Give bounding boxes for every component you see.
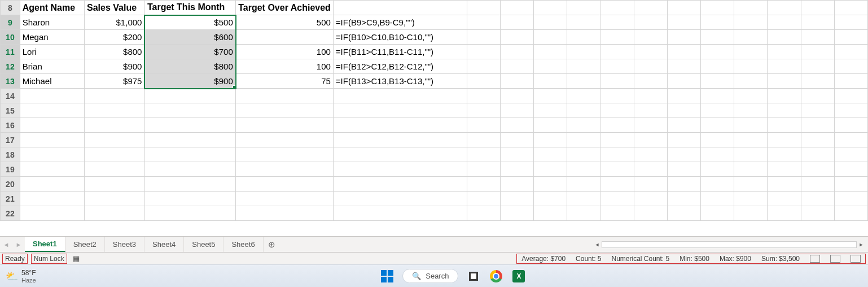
row-number[interactable]: 10 xyxy=(1,30,20,45)
table-row[interactable]: 18 xyxy=(1,147,868,162)
cell-formula[interactable]: =IF(B9>C9,B9-C9,"") xyxy=(333,15,467,30)
cell-formula[interactable]: =IF(B11>C11,B11-C11,"") xyxy=(333,45,467,59)
table-row[interactable]: 20 xyxy=(1,177,868,192)
weather-cond: Haze xyxy=(21,277,36,284)
cell-formula[interactable]: =IF(B10>C10,B10-C10,"") xyxy=(333,30,467,45)
cell-sales[interactable]: $200 xyxy=(85,30,145,45)
cell-target-active[interactable]: $500 xyxy=(144,15,235,30)
sheet-tab-strip: ◄ ► Sheet1 Sheet2 Sheet3 Sheet4 Sheet5 S… xyxy=(0,236,868,252)
status-numlock: Num Lock xyxy=(31,254,67,264)
cell-target[interactable]: $700 xyxy=(144,45,235,59)
windows-taskbar: ⛅ 58°F Haze 🔍 Search X xyxy=(0,264,868,287)
row-number[interactable]: 12 xyxy=(1,59,20,74)
excel-app-icon[interactable]: X xyxy=(511,269,526,284)
cell-over[interactable]: 100 xyxy=(236,59,334,74)
status-sum: Sum: $3,500 xyxy=(761,255,800,263)
table-row[interactable]: 19 xyxy=(1,162,868,177)
table-row[interactable]: 22 xyxy=(1,206,868,221)
status-min: Min: $500 xyxy=(680,255,709,263)
cell-over[interactable] xyxy=(236,30,334,45)
view-normal-icon[interactable] xyxy=(810,255,820,263)
sheet-tab-4[interactable]: Sheet4 xyxy=(144,237,184,252)
table-row[interactable]: 14 xyxy=(1,89,868,103)
table-row[interactable]: 21 xyxy=(1,192,868,206)
table-row[interactable]: 12 Brian $900 $800 100 =IF(B12>C12,B12-C… xyxy=(1,59,868,74)
cell-agent[interactable]: Megan xyxy=(20,30,84,45)
scrollbar-track[interactable] xyxy=(602,241,857,248)
task-view-button[interactable] xyxy=(466,269,481,284)
scroll-right-icon[interactable]: ► xyxy=(858,241,865,248)
sheet-tab-1[interactable]: Sheet1 xyxy=(25,237,65,252)
horizontal-scrollbar[interactable]: ◄ ► xyxy=(594,241,865,248)
status-bar: Ready Num Lock ▦ Average: $700 Count: 5 … xyxy=(0,252,868,264)
cell-sales[interactable]: $975 xyxy=(85,74,145,89)
cell-over[interactable]: 100 xyxy=(236,45,334,59)
row-number[interactable]: 9 xyxy=(1,15,20,30)
scroll-left-icon[interactable]: ◄ xyxy=(594,241,600,248)
sheet-tab-2[interactable]: Sheet2 xyxy=(65,237,105,252)
table-row[interactable]: 13 Michael $975 $900 75 =IF(B13>C13,B13-… xyxy=(1,74,868,89)
row-number[interactable]: 8 xyxy=(1,1,20,15)
table-row[interactable]: 16 xyxy=(1,118,868,133)
cell-target[interactable]: $600 xyxy=(144,30,235,45)
table-row[interactable]: 10 Megan $200 $600 =IF(B10>C10,B10-C10,"… xyxy=(1,30,868,45)
cell-over[interactable]: 500 xyxy=(236,15,334,30)
status-average: Average: $700 xyxy=(521,255,565,263)
cell-agent[interactable]: Brian xyxy=(20,59,84,74)
view-layout-icon[interactable] xyxy=(830,255,840,263)
taskbar-search[interactable]: 🔍 Search xyxy=(402,269,458,283)
cell-sales[interactable]: $900 xyxy=(85,59,145,74)
start-button[interactable] xyxy=(380,269,394,284)
row-number[interactable]: 11 xyxy=(1,45,20,59)
cell-formula[interactable]: =IF(B13>C13,B13-C13,"") xyxy=(333,74,467,89)
status-count: Count: 5 xyxy=(576,255,601,263)
cell-agent[interactable]: Michael xyxy=(20,74,84,89)
table-row[interactable]: 9 Sharon $1,000 $500 500 =IF(B9>C9,B9-C9… xyxy=(1,15,868,30)
view-pagebreak-icon[interactable] xyxy=(851,255,861,263)
cell-over[interactable]: 75 xyxy=(236,74,334,89)
tab-next-icon[interactable]: ► xyxy=(12,237,25,252)
search-icon: 🔍 xyxy=(412,272,421,280)
weather-widget[interactable]: ⛅ 58°F Haze xyxy=(6,269,36,284)
col-header-sales-value[interactable]: Sales Value xyxy=(85,1,145,15)
col-header-agent-name[interactable]: Agent Name xyxy=(20,1,84,15)
col-header-target-month[interactable]: Target This Month xyxy=(144,1,235,15)
sheet-tab-3[interactable]: Sheet3 xyxy=(105,237,144,252)
status-max: Max: $900 xyxy=(720,255,751,263)
tab-prev-icon[interactable]: ◄ xyxy=(0,237,12,252)
new-sheet-button[interactable]: ⊕ xyxy=(264,237,280,252)
macro-record-icon[interactable]: ▦ xyxy=(73,254,80,263)
table-row[interactable]: 15 xyxy=(1,103,868,118)
search-placeholder: Search xyxy=(426,272,449,280)
spreadsheet-grid[interactable]: 8 Agent Name Sales Value Target This Mon… xyxy=(0,0,868,236)
status-numerical-count: Numerical Count: 5 xyxy=(611,255,669,263)
status-ready: Ready xyxy=(2,254,28,264)
row-header[interactable]: 8 Agent Name Sales Value Target This Mon… xyxy=(1,1,868,15)
cell-target[interactable]: $800 xyxy=(144,59,235,74)
col-header-target-over[interactable]: Target Over Achieved xyxy=(236,1,334,15)
status-aggregates: Average: $700 Count: 5 Numerical Count: … xyxy=(516,254,866,264)
cell-agent[interactable]: Sharon xyxy=(20,15,84,30)
sheet-tab-5[interactable]: Sheet5 xyxy=(184,237,223,252)
cell-sales[interactable]: $1,000 xyxy=(85,15,145,30)
table-row[interactable]: 17 xyxy=(1,133,868,147)
cell-sales[interactable]: $800 xyxy=(85,45,145,59)
weather-icon: ⛅ xyxy=(6,270,18,282)
cell[interactable] xyxy=(333,1,467,15)
weather-temp: 58°F xyxy=(21,269,36,277)
cell-formula[interactable]: =IF(B12>C12,B12-C12,"") xyxy=(333,59,467,74)
chrome-app-icon[interactable] xyxy=(489,269,503,284)
sheet-tab-6[interactable]: Sheet6 xyxy=(223,237,263,252)
table-row[interactable]: 11 Lori $800 $700 100 =IF(B11>C11,B11-C1… xyxy=(1,45,868,59)
cell-target[interactable]: $900 xyxy=(144,74,235,89)
cell-agent[interactable]: Lori xyxy=(20,45,84,59)
row-number[interactable]: 13 xyxy=(1,74,20,89)
